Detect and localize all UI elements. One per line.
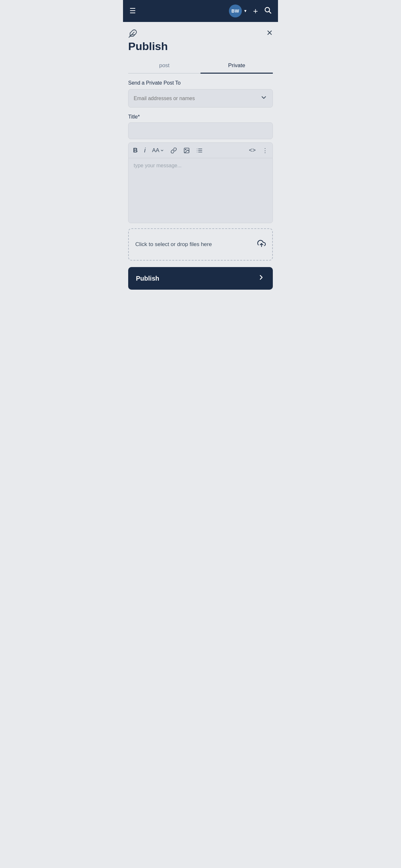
tab-post[interactable]: post: [128, 58, 201, 73]
italic-button[interactable]: i: [144, 147, 145, 154]
feather-icon: [128, 29, 137, 38]
tab-private[interactable]: Private: [201, 58, 273, 73]
message-editor[interactable]: type your message...: [128, 158, 273, 223]
font-size-button[interactable]: AA: [152, 147, 164, 154]
add-icon[interactable]: +: [253, 7, 258, 15]
user-avatar: BW: [229, 4, 242, 18]
navbar: ☰ BW ▼ +: [123, 0, 278, 22]
publish-label: Publish: [136, 275, 159, 282]
user-dropdown-chevron-icon: ▼: [243, 9, 247, 13]
image-button[interactable]: [183, 147, 190, 154]
editor-container: B i AA: [128, 143, 273, 223]
search-icon[interactable]: [264, 6, 272, 16]
chevron-right-icon: [257, 274, 265, 283]
user-avatar-wrapper[interactable]: BW ▼: [229, 4, 247, 18]
header-row: ✕: [128, 28, 273, 38]
editor-toolbar: B i AA: [128, 143, 273, 158]
email-input[interactable]: [134, 96, 260, 101]
hamburger-icon[interactable]: ☰: [129, 7, 136, 14]
drop-zone-text: Click to select or drop files here: [135, 241, 212, 248]
code-button[interactable]: <>: [249, 147, 256, 154]
close-icon[interactable]: ✕: [266, 28, 273, 37]
more-options-button[interactable]: ⋮: [262, 147, 268, 154]
tabs-container: post Private: [128, 58, 273, 73]
bold-button[interactable]: B: [133, 147, 137, 154]
section-label: Send a Private Post To: [128, 80, 273, 86]
publish-button[interactable]: Publish: [128, 267, 273, 290]
message-placeholder: type your message...: [134, 163, 182, 168]
upload-icon: [257, 239, 266, 250]
page-title: Publish: [128, 40, 273, 53]
list-button[interactable]: [196, 147, 203, 154]
svg-line-1: [269, 11, 271, 13]
email-input-wrapper[interactable]: [128, 89, 273, 107]
main-content: ✕ Publish post Private Send a Private Po…: [123, 22, 278, 296]
dropdown-arrow-icon[interactable]: [260, 94, 267, 103]
link-button[interactable]: [171, 147, 177, 154]
title-label: Title*: [128, 114, 273, 120]
svg-point-5: [185, 149, 186, 150]
file-drop-zone[interactable]: Click to select or drop files here: [128, 228, 273, 260]
title-input[interactable]: [128, 122, 273, 139]
